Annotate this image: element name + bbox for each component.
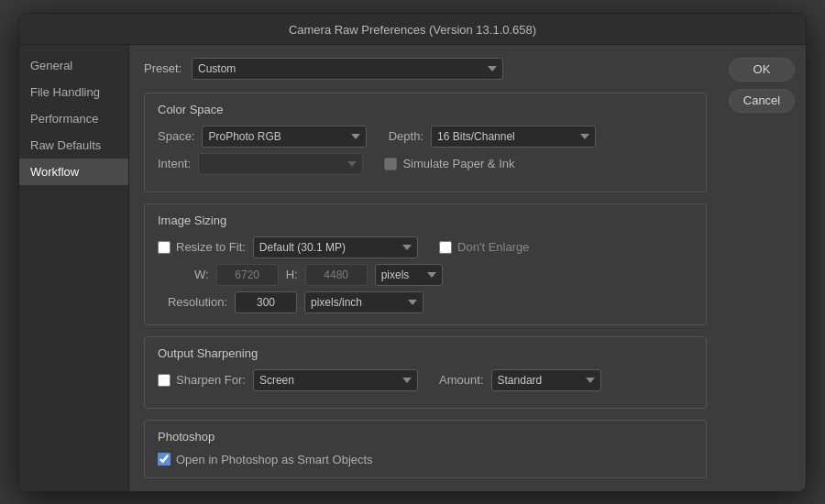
- output-sharpening-section: Output Sharpening Sharpen For: Screen Ma…: [144, 336, 707, 409]
- space-label: Space:: [158, 129, 194, 143]
- open-photoshop-checkbox[interactable]: [158, 453, 170, 466]
- simulate-row: Simulate Paper & Ink: [384, 157, 514, 170]
- resize-checkbox-row: Resize to Fit:: [158, 240, 246, 254]
- dont-enlarge-label: Don't Enlarge: [457, 240, 529, 254]
- amount-label: Amount:: [439, 373, 483, 387]
- wh-row: W: H: pixels inches cm: [194, 264, 693, 286]
- main-content: Preset: Custom Color Space Space: ProPho…: [129, 45, 721, 491]
- sharpen-checkbox-row: Sharpen For:: [158, 373, 246, 387]
- sidebar-item-performance[interactable]: Performance: [19, 105, 128, 132]
- intent-label: Intent:: [158, 157, 191, 170]
- height-input[interactable]: [305, 264, 368, 286]
- preset-label: Preset:: [144, 61, 184, 75]
- cancel-button[interactable]: Cancel: [729, 89, 795, 113]
- camera-raw-preferences-dialog: Camera Raw Preferences (Version 13.1.0.6…: [18, 13, 807, 492]
- sharpen-checkbox[interactable]: [158, 374, 170, 387]
- h-label: H:: [286, 268, 298, 281]
- sidebar-item-workflow[interactable]: Workflow: [19, 159, 128, 185]
- color-space-title: Color Space: [158, 103, 693, 116]
- sidebar: General File Handling Performance Raw De…: [19, 45, 129, 491]
- intent-select[interactable]: [198, 153, 363, 175]
- sharpen-for-select[interactable]: Screen Matte Paper Glossy Paper: [253, 369, 418, 391]
- photoshop-title: Photoshop: [158, 430, 693, 444]
- image-sizing-section: Image Sizing Resize to Fit: Default (30.…: [144, 203, 707, 325]
- space-select[interactable]: ProPhoto RGB sRGB Adobe RGB (1998) Displ…: [202, 126, 367, 148]
- dialog-body: General File Handling Performance Raw De…: [19, 45, 806, 491]
- resolution-row: Resolution: pixels/inch pixels/cm: [165, 291, 693, 313]
- preset-select[interactable]: Custom: [192, 58, 503, 80]
- depth-label: Depth:: [389, 129, 424, 143]
- width-input[interactable]: [216, 264, 279, 286]
- dialog-title: Camera Raw Preferences (Version 13.1.0.6…: [289, 23, 536, 37]
- intent-simulate-row: Intent: Simulate Paper & Ink: [158, 153, 693, 175]
- sharpening-row: Sharpen For: Screen Matte Paper Glossy P…: [158, 369, 693, 391]
- preset-row: Preset: Custom: [144, 58, 707, 80]
- output-sharpening-title: Output Sharpening: [158, 346, 693, 360]
- sidebar-item-file-handling[interactable]: File Handling: [19, 79, 128, 105]
- image-sizing-title: Image Sizing: [158, 214, 693, 227]
- resize-row: Resize to Fit: Default (30.1 MP) Long Ed…: [158, 236, 693, 258]
- title-bar: Camera Raw Preferences (Version 13.1.0.6…: [19, 14, 806, 45]
- sidebar-item-raw-defaults[interactable]: Raw Defaults: [19, 132, 128, 159]
- amount-select[interactable]: Low Standard High: [491, 369, 601, 391]
- w-label: W:: [194, 268, 209, 281]
- ok-button[interactable]: OK: [729, 58, 795, 82]
- open-photoshop-row: Open in Photoshop as Smart Objects: [158, 453, 693, 466]
- sidebar-item-general[interactable]: General: [19, 52, 128, 79]
- color-space-section: Color Space Space: ProPhoto RGB sRGB Ado…: [144, 93, 707, 192]
- open-photoshop-label: Open in Photoshop as Smart Objects: [176, 453, 373, 466]
- res-units-select[interactable]: pixels/inch pixels/cm: [304, 291, 424, 313]
- photoshop-section: Photoshop Open in Photoshop as Smart Obj…: [144, 420, 707, 478]
- simulate-checkbox[interactable]: [384, 158, 397, 170]
- resize-select[interactable]: Default (30.1 MP) Long Edge Short Edge W…: [253, 236, 418, 258]
- resolution-label: Resolution:: [165, 295, 227, 309]
- space-depth-row: Space: ProPhoto RGB sRGB Adobe RGB (1998…: [158, 126, 693, 148]
- buttons-area: OK Cancel: [721, 45, 806, 491]
- resize-checkbox[interactable]: [158, 241, 170, 254]
- dont-enlarge-checkbox[interactable]: [439, 241, 452, 254]
- simulate-label: Simulate Paper & Ink: [402, 157, 514, 170]
- resize-label: Resize to Fit:: [176, 240, 246, 254]
- resolution-input[interactable]: [235, 291, 297, 313]
- sharpen-for-label: Sharpen For:: [176, 373, 246, 387]
- units-select[interactable]: pixels inches cm: [375, 264, 443, 286]
- dont-enlarge-row: Don't Enlarge: [439, 240, 529, 254]
- depth-select[interactable]: 8 Bits/Channel 16 Bits/Channel 32 Bits/C…: [431, 126, 596, 148]
